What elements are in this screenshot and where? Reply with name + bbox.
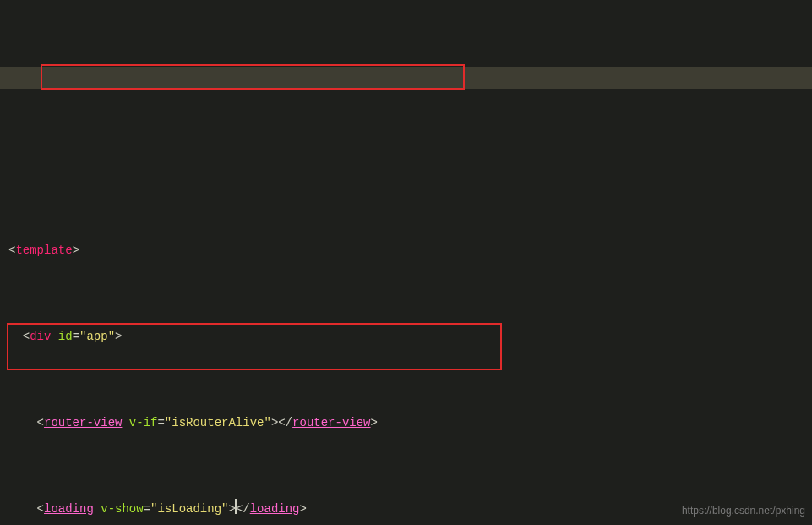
code-editor[interactable]: <template> <div id="app"> <router-view v… [0,0,812,525]
code-line: <div id="app"> [8,326,812,348]
current-line-highlight [0,67,812,89]
code-line: <template> [8,240,812,262]
code-line: <router-view v-if="isRouterAlive"></rout… [8,413,812,435]
watermark: https://blog.csdn.net/pxhing [682,500,805,522]
